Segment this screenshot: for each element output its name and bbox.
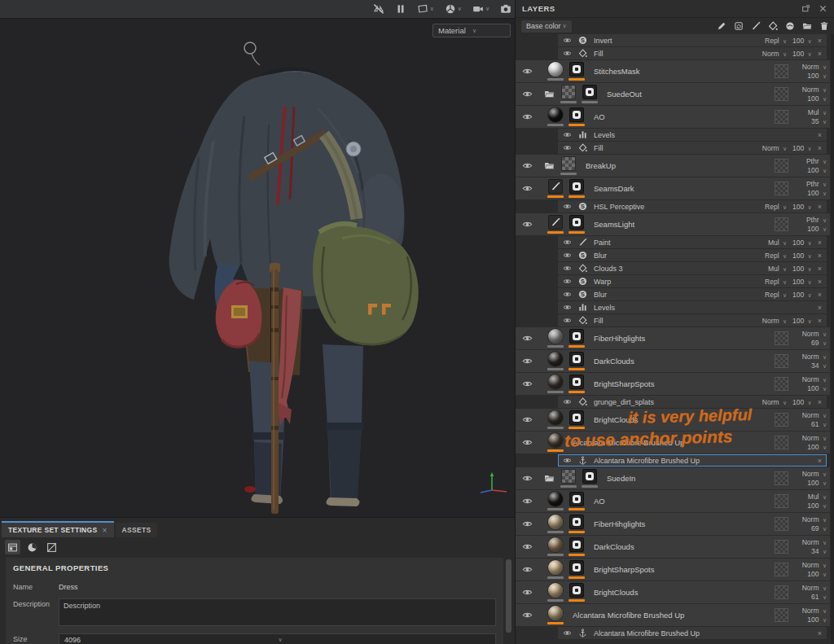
- opacity-dropdown[interactable]: 100 ∨: [792, 50, 812, 58]
- delete-effect-button[interactable]: ×: [818, 252, 822, 260]
- blend-mode-dropdown[interactable]: Repl ∨: [765, 252, 787, 260]
- tab-close-icon[interactable]: ×: [102, 526, 107, 535]
- group-row[interactable]: SuedeOutNorm ∨100 ∨: [516, 83, 830, 105]
- visibility-toggle[interactable]: [563, 202, 572, 211]
- visibility-toggle[interactable]: [522, 356, 533, 366]
- layer-thumbnail[interactable]: [547, 515, 564, 533]
- layer-thumbnail[interactable]: [547, 329, 564, 348]
- opacity-dropdown[interactable]: 100 ∨: [807, 384, 827, 393]
- blend-mode-dropdown[interactable]: Norm ∨: [802, 63, 827, 72]
- blend-mode-dropdown[interactable]: Norm ∨: [802, 411, 827, 420]
- effect-row[interactable]: Clouds 3Mul ∨100 ∨×: [558, 262, 827, 274]
- mask-thumbnail[interactable]: [568, 329, 585, 348]
- layer-row[interactable]: AOMul ∨100 ∨: [516, 490, 830, 512]
- layer-row[interactable]: FiberHihglightsNorm ∨69 ∨: [516, 327, 830, 349]
- blend-mode-dropdown[interactable]: Repl ∨: [765, 203, 787, 211]
- effect-row[interactable]: WarpRepl ∨100 ∨×: [558, 275, 827, 287]
- layer-row[interactable]: AOMul ∨35 ∨: [516, 106, 830, 128]
- pen-icon[interactable]: [717, 21, 726, 31]
- layer-thumbnail[interactable]: [547, 410, 564, 429]
- visibility-toggle[interactable]: [563, 264, 572, 273]
- layers-scrollbar[interactable]: [831, 34, 834, 644]
- blend-mode-dropdown[interactable]: Norm ∨: [802, 607, 827, 616]
- effect-row[interactable]: FillNorm ∨100 ∨×: [558, 47, 827, 59]
- group-row[interactable]: SuedeInNorm ∨100 ∨: [516, 467, 830, 489]
- opacity-dropdown[interactable]: 61 ∨: [811, 420, 827, 429]
- visibility-toggle[interactable]: [563, 290, 572, 299]
- delete-effect-button[interactable]: ×: [818, 265, 822, 273]
- visibility-toggle[interactable]: [522, 541, 533, 552]
- blend-mode-dropdown[interactable]: Repl ∨: [765, 37, 787, 45]
- opacity-dropdown[interactable]: 100 ∨: [792, 37, 812, 45]
- visibility-toggle[interactable]: [563, 49, 572, 58]
- effect-row[interactable]: FillNorm ∨100 ∨×: [558, 314, 827, 326]
- effect-row[interactable]: InvertRepl ∨100 ∨×: [558, 34, 827, 46]
- blend-mode-dropdown[interactable]: Norm ∨: [802, 434, 827, 443]
- tab-texture-set-settings[interactable]: TEXTURE SET SETTINGS ×: [2, 521, 114, 537]
- opacity-dropdown[interactable]: 100 ∨: [792, 278, 812, 286]
- layer-row[interactable]: SeamsLightPthr ∨100 ∨: [516, 213, 830, 235]
- visibility-toggle[interactable]: [563, 456, 572, 465]
- visibility-toggle[interactable]: [522, 66, 533, 77]
- delete-effect-button[interactable]: ×: [818, 203, 822, 211]
- opacity-dropdown[interactable]: 100 ∨: [792, 291, 812, 299]
- visibility-toggle[interactable]: [563, 277, 572, 286]
- opacity-dropdown[interactable]: 35 ∨: [811, 117, 827, 126]
- layer-row[interactable]: StitchesMaskNorm ∨100 ∨: [516, 60, 830, 82]
- opacity-dropdown[interactable]: 100 ∨: [807, 72, 827, 81]
- opacity-dropdown[interactable]: 100 ∨: [807, 570, 827, 579]
- layer-thumbnail[interactable]: [547, 107, 564, 126]
- blend-mode-dropdown[interactable]: Mul ∨: [768, 265, 787, 273]
- delete-effect-button[interactable]: ×: [818, 239, 822, 247]
- layer-thumbnail[interactable]: [547, 606, 564, 624]
- effect-row[interactable]: BlurRepl ∨100 ∨×: [558, 288, 827, 300]
- opacity-dropdown[interactable]: 100 ∨: [807, 502, 827, 510]
- folder-icon[interactable]: [543, 160, 555, 171]
- effect-row[interactable]: FillNorm ∨100 ∨×: [558, 142, 827, 154]
- folder-icon[interactable]: [543, 473, 555, 484]
- blend-mode-dropdown[interactable]: Norm ∨: [802, 584, 827, 593]
- mask-thumbnail[interactable]: [568, 492, 585, 510]
- opacity-dropdown[interactable]: 100 ∨: [807, 479, 827, 488]
- visibility-toggle[interactable]: [522, 587, 533, 598]
- layer-row[interactable]: DarkCloudsNorm ∨34 ∨: [516, 350, 830, 372]
- effect-row[interactable]: Levels×: [558, 301, 827, 313]
- mask-thumbnail[interactable]: [582, 85, 598, 103]
- mask-thumbnail[interactable]: [568, 515, 585, 533]
- blend-mode-dropdown[interactable]: Repl ∨: [765, 278, 787, 286]
- size-icon[interactable]: [44, 540, 59, 554]
- visibility-toggle[interactable]: [522, 496, 533, 506]
- camera-mode-icon[interactable]: ∨: [472, 3, 489, 15]
- blend-mode-dropdown[interactable]: Norm ∨: [802, 375, 827, 384]
- visibility-toggle[interactable]: [563, 251, 572, 260]
- opacity-dropdown[interactable]: 100 ∨: [807, 225, 827, 234]
- effect-row[interactable]: Alcantara Microfibre Brushed Up×: [558, 454, 827, 467]
- symmetry-off-icon[interactable]: [373, 3, 384, 15]
- blend-mode-dropdown[interactable]: Mul ∨: [808, 493, 827, 502]
- layer-thumbnail[interactable]: [547, 583, 564, 602]
- size-dropdown[interactable]: 4096 ∨: [59, 633, 496, 644]
- effect-row[interactable]: PaintMul ∨100 ∨×: [558, 236, 827, 248]
- blend-mode-dropdown[interactable]: Norm ∨: [802, 330, 827, 339]
- blend-mode-dropdown[interactable]: Norm ∨: [802, 515, 827, 524]
- visibility-toggle[interactable]: [563, 629, 572, 637]
- blend-mode-dropdown[interactable]: Norm ∨: [802, 470, 827, 479]
- opacity-dropdown[interactable]: 100 ∨: [792, 398, 812, 406]
- visibility-toggle[interactable]: [563, 143, 572, 152]
- opacity-dropdown[interactable]: 100 ∨: [792, 239, 812, 247]
- folder-icon[interactable]: [543, 89, 555, 99]
- mask-thumbnail[interactable]: [568, 179, 585, 198]
- opacity-dropdown[interactable]: 100 ∨: [807, 189, 827, 198]
- fill-layer-icon[interactable]: [768, 21, 778, 31]
- mask-thumbnail[interactable]: [568, 560, 585, 579]
- delete-effect-button[interactable]: ×: [818, 317, 822, 325]
- opacity-dropdown[interactable]: 34 ∨: [811, 547, 827, 556]
- mask-thumbnail[interactable]: [582, 469, 598, 488]
- material-mode-icon[interactable]: ∨: [445, 3, 462, 15]
- mask-thumbnail[interactable]: [568, 62, 585, 81]
- effect-row[interactable]: HSL PerceptiveRepl ∨100 ∨×: [558, 200, 827, 212]
- opacity-dropdown[interactable]: 100 ∨: [807, 443, 827, 452]
- visibility-toggle[interactable]: [563, 397, 572, 406]
- blend-mode-dropdown[interactable]: Mul ∨: [768, 239, 787, 247]
- mask-thumbnail[interactable]: [568, 375, 585, 393]
